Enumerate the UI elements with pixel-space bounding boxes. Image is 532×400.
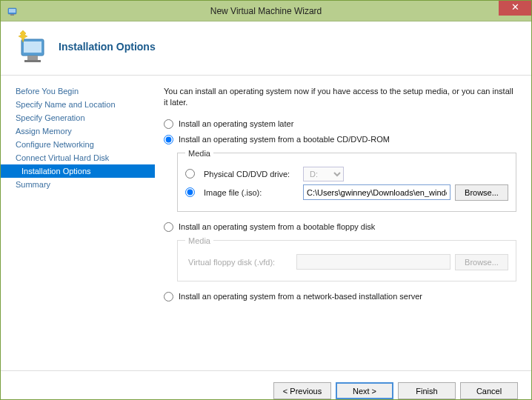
radio-install-later[interactable] bbox=[164, 119, 173, 129]
option-install-network[interactable]: Install an operating system from a netwo… bbox=[164, 292, 516, 301]
iso-path-input[interactable] bbox=[303, 184, 450, 200]
cd-media-legend: Media bbox=[185, 149, 213, 158]
sidebar-item-assign-memory[interactable]: Assign Memory bbox=[1, 124, 155, 138]
cancel-button[interactable]: Cancel bbox=[460, 382, 518, 399]
next-button[interactable]: Next > bbox=[336, 382, 393, 399]
browse-vfd-button: Browse... bbox=[455, 254, 508, 270]
option-install-cd[interactable]: Install an operating system from a boota… bbox=[164, 135, 516, 144]
label-install-network: Install an operating system from a netwo… bbox=[179, 292, 422, 301]
svg-rect-1 bbox=[9, 9, 16, 13]
radio-install-network[interactable] bbox=[164, 292, 173, 301]
label-vfd: Virtual floppy disk (.vfd): bbox=[188, 258, 292, 267]
sidebar-item-summary[interactable]: Summary bbox=[1, 178, 155, 191]
radio-physical-drive[interactable] bbox=[185, 169, 195, 179]
content: Before You Begin Specify Name and Locati… bbox=[1, 76, 531, 370]
svg-rect-6 bbox=[24, 60, 41, 62]
vfd-path-input bbox=[296, 254, 450, 270]
previous-button[interactable]: < Previous bbox=[273, 382, 331, 399]
label-install-floppy: Install an operating system from a boota… bbox=[179, 222, 375, 231]
sidebar: Before You Begin Specify Name and Locati… bbox=[1, 76, 155, 370]
wizard-icon bbox=[14, 29, 50, 64]
titlebar: New Virtual Machine Wizard ✕ bbox=[1, 1, 531, 21]
label-install-later: Install an operating system later bbox=[179, 119, 293, 128]
footer: < Previous Next > Finish Cancel bbox=[1, 370, 531, 400]
option-install-later[interactable]: Install an operating system later bbox=[164, 119, 516, 129]
physical-drive-row[interactable]: Physical CD/DVD drive: D: bbox=[185, 167, 508, 181]
image-file-row[interactable]: Image file (.iso): Browse... bbox=[185, 184, 508, 201]
close-button[interactable]: ✕ bbox=[499, 1, 531, 16]
sidebar-item-configure-networking[interactable]: Configure Networking bbox=[1, 138, 155, 151]
radio-image-file[interactable] bbox=[185, 187, 195, 197]
vfd-row: Virtual floppy disk (.vfd): Browse... bbox=[185, 254, 508, 270]
sidebar-item-connect-vhd[interactable]: Connect Virtual Hard Disk bbox=[1, 151, 155, 164]
label-image-file: Image file (.iso): bbox=[204, 188, 299, 197]
svg-rect-5 bbox=[27, 56, 38, 60]
cd-media-group: Media Physical CD/DVD drive: D: Image fi… bbox=[177, 149, 516, 212]
floppy-media-legend: Media bbox=[185, 236, 213, 245]
label-install-cd: Install an operating system from a boota… bbox=[179, 135, 390, 144]
finish-button[interactable]: Finish bbox=[398, 382, 456, 399]
sidebar-item-specify-generation[interactable]: Specify Generation bbox=[1, 111, 155, 124]
label-physical-drive: Physical CD/DVD drive: bbox=[204, 170, 299, 179]
physical-drive-select[interactable]: D: bbox=[303, 167, 344, 181]
wizard-header: Installation Options bbox=[1, 21, 531, 76]
sidebar-item-before-you-begin[interactable]: Before You Begin bbox=[1, 84, 155, 98]
sidebar-item-specify-name[interactable]: Specify Name and Location bbox=[1, 98, 155, 111]
intro-text: You can install an operating system now … bbox=[164, 86, 516, 109]
page-title: Installation Options bbox=[59, 41, 156, 53]
window-title: New Virtual Machine Wizard bbox=[210, 6, 322, 16]
radio-install-floppy[interactable] bbox=[164, 222, 173, 232]
svg-rect-2 bbox=[10, 14, 14, 16]
floppy-media-group: Media Virtual floppy disk (.vfd): Browse… bbox=[177, 236, 516, 281]
sidebar-item-installation-options[interactable]: Installation Options bbox=[1, 164, 155, 178]
radio-install-cd[interactable] bbox=[164, 135, 173, 144]
main-panel: You can install an operating system now … bbox=[155, 76, 531, 370]
svg-rect-4 bbox=[24, 41, 41, 53]
app-icon bbox=[7, 5, 19, 17]
option-install-floppy[interactable]: Install an operating system from a boota… bbox=[164, 222, 516, 232]
browse-iso-button[interactable]: Browse... bbox=[455, 184, 508, 201]
